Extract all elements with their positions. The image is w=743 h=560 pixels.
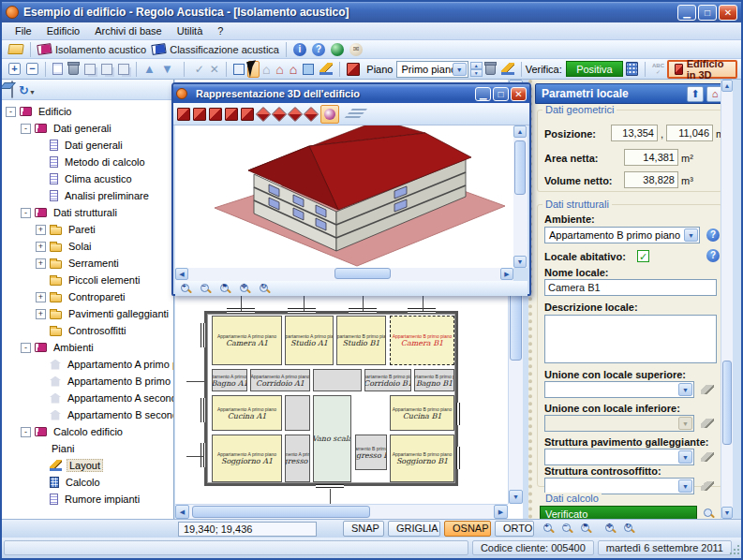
scroll-left-icon[interactable]: ◀ [175,505,189,519]
snap-toggle[interactable]: SNAP [343,521,384,537]
layers-icon[interactable] [343,109,367,120]
tree-item-solai[interactable]: +Solai [2,238,173,255]
tree-expand-toggle[interactable]: - [21,343,31,353]
delete-floor-button[interactable] [483,61,498,78]
posizione-y-input[interactable] [666,125,713,141]
render-mode-button[interactable] [320,105,339,124]
open-project-button[interactable] [6,41,26,58]
remove-button[interactable]: − [23,61,41,78]
assign-brush-icon-4[interactable] [701,481,714,491]
scroll-down-icon[interactable]: ▼ [721,507,733,519]
tree-item-rumore-impianti[interactable]: Rumore impianti [2,491,173,508]
plan-room-vano-scala[interactable]: Vano scala [313,395,351,482]
tree-item-pavimenti-galleggianti[interactable]: +Pavimenti galleggianti [2,305,173,322]
plan-room-ingresso-b1[interactable]: Appartamento B primo pianoIngresso B1 [355,435,387,470]
duplicate-button[interactable] [98,61,115,78]
tree-expand-toggle[interactable]: - [21,208,31,218]
maximize-button[interactable]: □ [698,5,717,21]
nome-locale-input[interactable] [544,279,717,296]
scroll-right-icon[interactable]: ▶ [500,268,513,280]
tree-item-clima-acustico[interactable]: Clima acustico [2,170,173,187]
selection-rect-button[interactable] [300,61,317,78]
zoom-window-button[interactable] [230,61,247,78]
tree-expand-toggle[interactable]: + [36,258,46,269]
tree-expand-toggle[interactable]: + [36,225,46,235]
tree-item-layout[interactable]: Layout [2,457,173,474]
chevron-down-icon[interactable]: ▼ [678,383,692,396]
tree-item-edificio[interactable]: -Edificio [2,103,173,120]
edit-geometry-button[interactable] [317,61,335,78]
plan-room-studio-a1[interactable]: Appartamento A primo pianoStudio A1 [285,316,334,365]
tree-item-calcolo[interactable]: Calcolo [2,474,173,491]
scroll-up-icon[interactable]: ▲ [721,80,733,92]
scroll-up-icon[interactable]: ▲ [513,125,527,138]
plan-room-bagno-a1[interactable]: Appartamento A primo pianoBagno A1 [212,369,247,391]
plan-room[interactable] [313,369,362,391]
info-button[interactable]: i [290,41,309,58]
view-iso-2-icon[interactable] [193,108,206,121]
calc-button[interactable] [623,61,641,78]
collapse-panel-button[interactable]: ⬆ [687,86,704,102]
viewer-hscrollbar[interactable]: ◀ ▶ [175,268,513,281]
refresh-button[interactable]: ↻▼ [19,81,36,98]
canvas-hscrollbar[interactable]: ◀ ▶ [175,504,508,519]
tree-expand-toggle[interactable]: - [21,427,31,437]
tree-item-appartamento-a-primo-piano[interactable]: Appartamento A primo piano [2,356,173,373]
view-side-1-icon[interactable] [256,106,271,121]
scroll-down-icon[interactable]: ▼ [509,490,523,504]
pan-icon[interactable]: ✥ [240,284,250,294]
viewer-3d-titlebar[interactable]: Rappresentazione 3D dell'edificio ▁ □ ✕ [173,84,529,103]
plan-room-studio-b1[interactable]: Appartamento B primo pianoStudio B1 [336,316,386,365]
move-down-button[interactable]: ▼ [158,61,176,78]
chevron-down-icon[interactable]: ▼ [453,63,467,76]
menu-edificio[interactable]: Edificio [39,23,87,38]
tree-item-metodo-di-calcolo[interactable]: Metodo di calcolo [2,154,173,170]
tree-item-piccoli-elementi[interactable]: Piccoli elementi [2,272,173,288]
edit-layout-button[interactable] [498,61,517,78]
tree-expand-toggle[interactable]: + [36,292,46,302]
scroll-right-icon[interactable]: ▶ [494,505,508,519]
inspect-result-icon[interactable] [704,508,714,519]
view-side-2-icon[interactable] [272,106,287,121]
move-up-button[interactable]: ▲ [141,61,158,78]
tree-expand-toggle[interactable]: - [21,124,31,134]
viewer-maximize-button[interactable]: □ [493,87,509,101]
merge-button[interactable] [115,61,132,78]
chevron-down-icon[interactable]: ▼ [684,228,698,242]
panel-scrollbar[interactable]: ▲ ▼ [721,80,733,519]
pavimento-galleggiante-select[interactable]: ▼ [544,449,694,465]
building-tool-button[interactable]: ⌂ [287,61,300,78]
ambiente-select[interactable]: Appartamento B primo piano ▼ [544,227,700,243]
view-iso-1-icon[interactable] [177,108,190,121]
tree-item-appartamento-a-secondo-pian[interactable]: Appartamento A secondo pian [2,390,173,406]
tree-item-contropareti[interactable]: +Contropareti [2,288,173,305]
copy-button[interactable] [82,61,98,78]
rotate-icon[interactable]: ↻ [260,284,270,294]
menu-archivi[interactable]: Archivi di base [87,23,170,38]
new-doc-button[interactable] [50,61,66,78]
cancel-button[interactable]: ✕ [207,61,222,78]
orto-toggle[interactable]: ORTO [495,521,534,537]
resize-grip[interactable] [728,545,739,556]
confirm-button[interactable]: ✓ [192,61,207,78]
chevron-down-icon[interactable]: ▼ [678,450,692,464]
area-netta-input[interactable] [624,149,678,166]
piano-select[interactable]: Primo piano ▼ [396,61,468,78]
scroll-down-icon[interactable]: ▼ [513,256,527,268]
plan-room-camera-a1[interactable]: Appartamento A primo pianoCamera A1 [212,316,282,365]
viewer-minimize-button[interactable]: ▁ [475,87,491,101]
plan-room[interactable] [285,395,310,431]
tree-item-pareti[interactable]: +Pareti [2,221,173,238]
zoom-extents-icon[interactable]: ⚑ [220,284,230,294]
assign-brush-icon[interactable] [701,385,714,394]
isolamento-acustico-tab[interactable]: Isolamento acustico [35,41,149,58]
tree-item-controsoffitti[interactable]: Controsoffitti [2,322,173,339]
edificio-3d-button[interactable]: Edificio in 3D [667,60,737,79]
plan-room-cucina-a1[interactable]: Appartamento A primo pianoCucina A1 [212,395,282,431]
osnap-toggle[interactable]: OSNAP [444,521,491,537]
piano-stepper[interactable]: ▲▼ [470,62,483,77]
tree-expand-toggle[interactable]: + [36,309,46,319]
pointer-tool-button[interactable] [247,61,260,78]
close-button[interactable]: ✕ [719,5,737,21]
tree-item-dati-strutturali[interactable]: -Dati strutturali [2,204,173,221]
